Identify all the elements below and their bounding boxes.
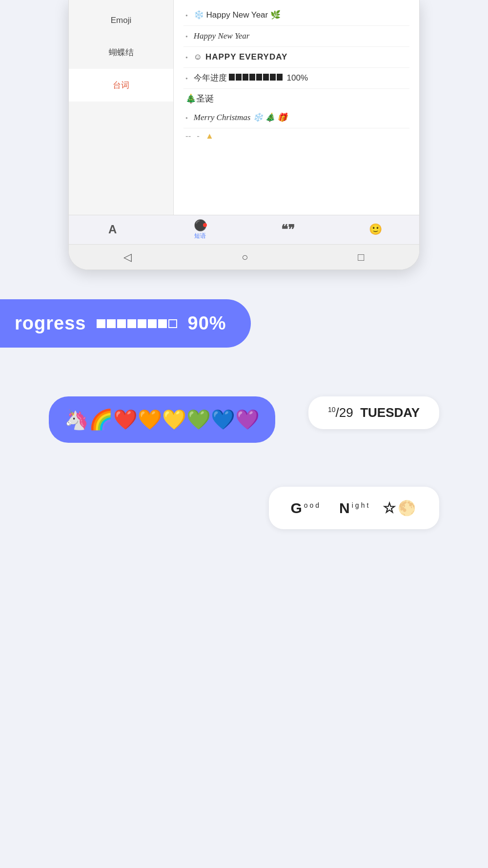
bullet: ● xyxy=(185,112,188,124)
phone-mockup: Emoji 蝴蝶结 台词 ● ❄️ Happy New Year 🌿 ● xyxy=(68,0,420,270)
progress-blocks-white xyxy=(97,319,177,328)
date-text: 10/29 TUESDAY xyxy=(328,405,420,420)
bullet: ● xyxy=(185,10,188,21)
partial-row: ---▲ xyxy=(183,128,409,144)
phrase-text-2: Happy New Year xyxy=(194,30,407,42)
toolbar-item-quote[interactable]: ❝❞ xyxy=(244,215,332,244)
quote-icon: ❝❞ xyxy=(281,222,295,237)
progress-bubble: rogress 90% xyxy=(0,299,251,348)
phrase-text-3: ☺ HAPPY EVERYDAY xyxy=(194,51,407,63)
phrase-text-5: Merry Christmas ❄️ 🎄 🎁 xyxy=(194,111,407,124)
toolbar-phrases-label: 短语 xyxy=(194,232,206,240)
toolbar-item-phrases[interactable]: ⚫ 短语 xyxy=(157,215,244,244)
phrase-item-1[interactable]: ● ❄️ Happy New Year 🌿 xyxy=(183,5,409,26)
phrase-text-4: 今年进度 100% xyxy=(194,72,407,84)
phrase-item-3[interactable]: ● ☺ HAPPY EVERYDAY xyxy=(183,47,409,68)
keyboard-panel: Emoji 蝴蝶结 台词 ● ❄️ Happy New Year 🌿 ● xyxy=(69,0,419,215)
emoji-bubble: 🦄🌈❤️🧡💛💚💙💜 xyxy=(49,396,275,443)
sidebar: Emoji 蝴蝶结 台词 xyxy=(69,0,174,215)
nav-recent-button[interactable]: □ xyxy=(358,251,364,264)
sidebar-item-emoji[interactable]: Emoji xyxy=(69,5,173,36)
messages-section: rogress 90% 10/29 TUESDAY xyxy=(0,289,488,549)
bullet: ● xyxy=(185,52,188,63)
content-area[interactable]: ● ❄️ Happy New Year 🌿 ● Happy New Year ●… xyxy=(174,0,419,215)
toolbar: A ⚫ 短语 ❝❞ 🙂 xyxy=(69,215,419,244)
nav-home-button[interactable]: ○ xyxy=(242,251,248,264)
phrase-text-1: ❄️ Happy New Year 🌿 xyxy=(194,9,407,21)
goodnight-text: Good Night ☆🌕 xyxy=(290,500,418,516)
toolbar-item-emoji[interactable]: 🙂 xyxy=(332,215,420,244)
phrase-item-5[interactable]: ● Merry Christmas ❄️ 🎄 🎁 xyxy=(183,107,409,128)
progress-text: rogress 90% xyxy=(15,313,226,334)
nav-back-button[interactable]: ◁ xyxy=(123,251,132,264)
toolbar-item-font[interactable]: A xyxy=(69,215,157,244)
sidebar-item-script[interactable]: 台词 xyxy=(69,69,173,102)
phone-section: Emoji 蝴蝶结 台词 ● ❄️ Happy New Year 🌿 ● xyxy=(0,0,488,289)
goodnight-bubble: Good Night ☆🌕 xyxy=(269,487,439,529)
emoji-smiley-icon: 🙂 xyxy=(369,223,382,236)
emoji-text: 🦄🌈❤️🧡💛💚💙💜 xyxy=(64,409,260,430)
nav-bar: ◁ ○ □ xyxy=(69,244,419,269)
section-header-christmas: 🎄圣诞 xyxy=(183,93,409,104)
bullet: ● xyxy=(185,31,188,42)
sidebar-item-butterfly[interactable]: 蝴蝶结 xyxy=(69,36,173,69)
date-bubble: 10/29 TUESDAY xyxy=(308,396,439,429)
phrase-item-2[interactable]: ● Happy New Year xyxy=(183,26,409,47)
font-icon: A xyxy=(108,223,117,236)
phrase-item-4[interactable]: ● 今年进度 100% xyxy=(183,68,409,89)
bullet: ● xyxy=(185,73,188,84)
